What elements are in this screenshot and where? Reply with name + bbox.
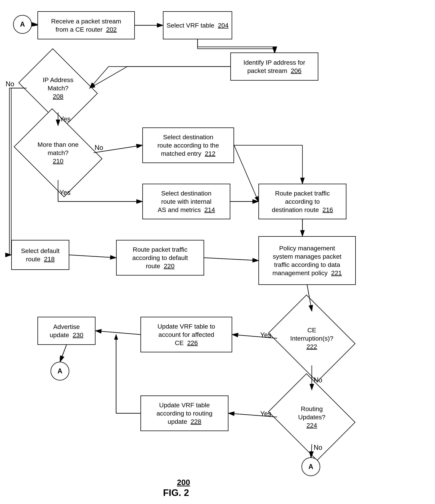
box228-text: Update VRF tableaccording to routingupda… xyxy=(157,402,213,425)
circle-A-end-label: A xyxy=(308,463,313,471)
svg-line-19 xyxy=(69,255,116,258)
box-221: Policy managementsystem manages packettr… xyxy=(258,236,356,285)
box220-ref: 220 xyxy=(164,262,174,270)
svg-line-24 xyxy=(96,331,140,334)
svg-text:No: No xyxy=(95,144,103,152)
box-202: Receive a packet streamfrom a CE router … xyxy=(37,11,135,39)
diamond210-text: More than onematch?210 xyxy=(37,141,78,165)
diamond222-text: CEInterruption(s)?222 xyxy=(290,326,333,350)
box204-text: Select VRF table xyxy=(167,22,214,29)
diamond-224: RoutingUpdates?224 xyxy=(277,390,347,444)
svg-line-43 xyxy=(94,145,142,153)
svg-line-13 xyxy=(94,145,142,153)
figure-number-text: FIG. 2 xyxy=(163,487,189,498)
box-214: Select destinationroute with internalAS … xyxy=(142,184,230,219)
svg-line-1 xyxy=(32,24,37,25)
svg-line-51 xyxy=(204,258,258,261)
svg-line-50 xyxy=(69,255,116,258)
diagram-container: No Yes No Yes Yes No Yes No A Receive a … xyxy=(0,0,435,504)
svg-line-54 xyxy=(96,331,140,334)
diamond224-text: RoutingUpdates?224 xyxy=(298,405,325,429)
svg-line-55 xyxy=(60,345,67,361)
box218-ref: 218 xyxy=(44,255,55,263)
box-206: Identify IP address forpacket stream 206 xyxy=(230,53,318,81)
box214-text: Select destinationroute with internalAS … xyxy=(158,190,211,213)
box204-ref: 204 xyxy=(218,22,229,29)
box226-ref: 226 xyxy=(187,339,198,346)
diamond-210: More than onematch?210 xyxy=(22,126,94,180)
figure-ref-text: 200 xyxy=(177,478,190,487)
box-228: Update VRF tableaccording to routingupda… xyxy=(140,396,228,431)
figure-number: FIG. 2 xyxy=(139,487,213,498)
svg-line-16 xyxy=(234,145,258,201)
svg-line-25 xyxy=(60,345,67,362)
svg-line-38 xyxy=(90,67,109,88)
box-204: Select VRF table 204 xyxy=(163,11,232,39)
box216-ref: 216 xyxy=(322,206,333,213)
box212-ref: 212 xyxy=(205,150,216,157)
circle-A-end: A xyxy=(302,457,320,476)
box230-ref: 230 xyxy=(73,331,83,339)
diamond-208: IP AddressMatch?208 xyxy=(26,64,90,112)
svg-line-57 xyxy=(229,413,277,417)
box-218: Select defaultroute 218 xyxy=(11,240,69,270)
box214-ref: 214 xyxy=(204,206,215,213)
svg-line-27 xyxy=(228,413,277,417)
box206-ref: 206 xyxy=(291,67,302,74)
box216-text: Route packet trafficaccording todestinat… xyxy=(272,190,330,213)
box-226: Update VRF table toaccount for affectedC… xyxy=(140,317,232,352)
box-230: Advertiseupdate 230 xyxy=(37,317,96,345)
box202-ref: 202 xyxy=(106,26,117,33)
circle-A-start-label: A xyxy=(20,20,25,28)
box-216: Route packet trafficaccording todestinat… xyxy=(258,184,347,219)
svg-line-20 xyxy=(204,258,258,261)
box226-text: Update VRF table toaccount for affectedC… xyxy=(157,323,215,346)
circle-A-start: A xyxy=(13,15,32,34)
box220-text: Route packet trafficaccording to default… xyxy=(132,246,188,270)
svg-text:No: No xyxy=(6,80,14,88)
box221-ref: 221 xyxy=(331,269,342,277)
diamond-222: CEInterruption(s)?222 xyxy=(277,311,347,366)
box-212: Select destinationroute according to the… xyxy=(142,127,234,163)
circle-A-loop: A xyxy=(51,362,69,380)
circle-A-loop-label: A xyxy=(58,367,62,375)
box228-ref: 228 xyxy=(191,418,201,425)
svg-line-7 xyxy=(90,67,127,88)
box-220: Route packet trafficaccording to default… xyxy=(116,240,204,276)
figure-ref: 200 xyxy=(165,478,202,487)
diamond208-text: IP AddressMatch?208 xyxy=(43,76,73,100)
